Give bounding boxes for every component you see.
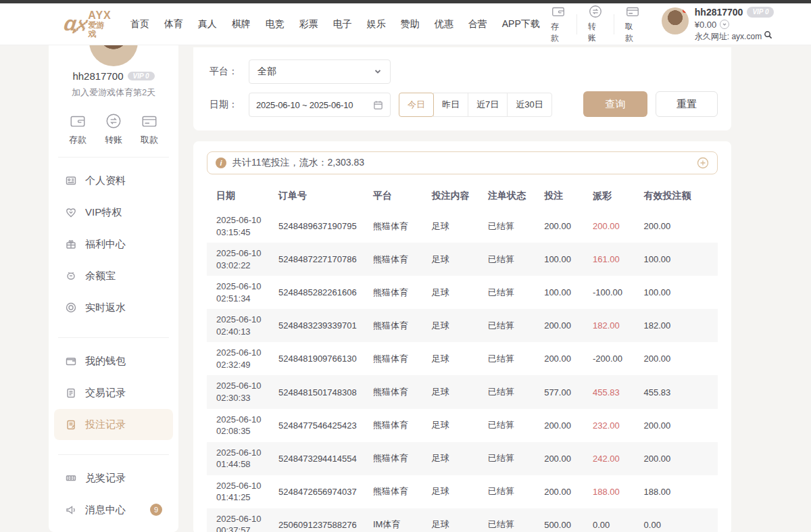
sidebar-item-rebate[interactable]: 实时返水 [54,292,173,323]
cell-valid: 455.83 [641,375,718,408]
nav-item-9[interactable]: 优惠 [435,18,453,30]
quick-range-group: 今日昨日近7日近30日 [399,93,552,117]
sidebar-item-piggy-bank[interactable]: 余额宝 [54,260,173,291]
deposit-icon [69,112,87,130]
range-button-1[interactable]: 昨日 [433,93,468,117]
sidebar-quick-action-transfer[interactable]: 转账 [105,112,122,146]
table-row: 2025-06-1002:51:345248485282261606熊猫体育足球… [207,276,718,309]
nav-item-7[interactable]: 娱乐 [367,18,386,30]
column-header-4: 注单状态 [485,183,541,210]
nav-item-2[interactable]: 真人 [198,18,217,30]
platform-select[interactable]: 全部 [249,59,391,84]
column-header-1: 订单号 [276,183,370,210]
sidebar-item-vip-heart[interactable]: VIP特权 [54,197,173,228]
divider [58,157,169,158]
cell-valid: 200.00 [641,442,718,475]
nav-item-11[interactable]: APP下载 [502,18,540,30]
sidebar-item-megaphone[interactable]: 消息中心9 [54,494,173,525]
main-content: 平台： 全部 日期： 2025-06-10 ~ 2025-06-10 今日昨日近… [193,47,731,532]
cell-payout: 161.00 [590,243,641,276]
nav-item-5[interactable]: 彩票 [299,18,318,30]
nav-item-4[interactable]: 电竞 [266,18,285,30]
reset-button[interactable]: 重置 [656,91,718,117]
table-row: 2025-06-1002:40:135248483239339701熊猫体育足球… [207,309,718,342]
main-nav: 首页体育真人棋牌电竞彩票电子娱乐赞助优惠合营APP下载 [130,18,540,30]
user-info: hh2817700 VIP 0 ¥0.00 永久网址: ayx.com [695,6,775,43]
nav-item-6[interactable]: 电子 [333,18,352,30]
query-button[interactable]: 查询 [583,91,647,117]
header-quick-action-transfer[interactable]: 转账 [577,4,614,44]
sidebar-item-label: 个人资料 [85,174,126,187]
transfer-icon [588,4,603,19]
sidebar-quick-actions: 存款转账取款 [49,112,178,146]
cell-status: 已结算 [485,375,541,408]
cell-date: 2025-06-1001:44:58 [207,442,276,475]
transfer-icon [105,112,122,130]
cell-content: 足球 [429,342,485,375]
sidebar-quick-action-deposit[interactable]: 存款 [69,112,87,146]
sidebar-item-gift[interactable]: 福利中心 [54,228,173,260]
site-logo[interactable]: ɑꭙ AYX 爱游戏 [64,10,112,39]
table-body: 2025-06-1003:15:455248489637190795熊猫体育足球… [207,210,718,532]
sidebar-item-feedback[interactable]: 意见反馈 [54,526,173,532]
prize-icon [65,472,77,484]
column-header-2: 平台 [370,183,429,210]
nav-item-1[interactable]: 体育 [164,18,183,30]
sidebar-item-label: 实时返水 [85,301,126,314]
sidebar: hh2817700 VIP 0 加入爱游戏体育第2天 存款转账取款 个人资料VI… [49,45,178,532]
table-row: 2025-06-1001:41:255248472656974037熊猫体育足球… [207,475,718,508]
header-quick-action-withdraw[interactable]: 取款 [614,4,651,44]
column-header-6: 派彩 [590,183,641,210]
sidebar-item-prize[interactable]: 兑奖记录 [54,462,173,493]
sidebar-item-label: VIP特权 [85,206,122,219]
withdraw-icon [141,112,158,130]
cell-platform: IM体育 [370,508,429,532]
cell-status: 已结算 [485,342,541,375]
cell-valid: 100.00 [641,243,718,276]
quick-action-label: 转账 [588,21,603,44]
sidebar-item-id-card[interactable]: 个人资料 [54,165,173,196]
sidebar-item-bet-record[interactable]: 投注记录 [54,409,173,440]
expand-plus-icon[interactable] [697,157,709,169]
range-button-2[interactable]: 近7日 [468,93,508,117]
sidebar-quick-action-withdraw[interactable]: 取款 [141,112,158,146]
nav-item-10[interactable]: 合营 [468,18,487,30]
range-button-0[interactable]: 今日 [399,93,434,117]
date-range-input[interactable]: 2025-06-10 ~ 2025-06-10 [249,93,391,117]
sidebar-username: hh2817700 [72,70,123,82]
cell-bet: 100.00 [541,276,590,309]
magnifier-icon[interactable] [764,30,772,42]
nav-item-3[interactable]: 棋牌 [232,18,251,30]
records-panel: i 共计11笔投注，流水：2,303.83 日期订单号平台投注内容注单状态投注派… [193,141,731,532]
username: hh2817700 [695,6,743,19]
column-header-5: 投注 [541,183,590,210]
nav-item-0[interactable]: 首页 [130,18,149,30]
cell-order: 5248473294414554 [276,442,370,475]
column-header-0: 日期 [207,183,276,210]
cell-bet: 577.00 [541,375,590,408]
cell-content: 足球 [429,375,485,408]
cell-status: 已结算 [485,309,541,342]
nav-item-8[interactable]: 赞助 [401,18,420,30]
cell-content: 足球 [429,243,485,276]
cell-bet: 200.00 [541,442,590,475]
balance-dropdown-icon[interactable] [720,20,729,29]
cell-payout: 0.00 [590,508,641,532]
sidebar-item-wallet[interactable]: 我的钱包 [54,345,173,377]
quick-action-label: 存款 [551,21,566,44]
cell-date: 2025-06-1002:51:34 [207,276,276,309]
logo-text: AYX 爱游戏 [88,10,111,39]
notification-dot [683,8,687,13]
header-quick-action-deposit[interactable]: 存款 [540,4,576,44]
cell-platform: 熊猫体育 [370,442,429,475]
range-button-3[interactable]: 近30日 [507,93,551,117]
cell-bet: 200.00 [541,210,590,243]
column-header-3: 投注内容 [429,183,485,210]
avatar[interactable] [662,7,689,34]
cell-platform: 熊猫体育 [370,342,429,375]
sidebar-item-transaction[interactable]: 交易记录 [54,377,173,408]
logo-cn: 爱游戏 [88,21,111,38]
cell-status: 已结算 [485,243,541,276]
cell-payout: 455.83 [590,375,641,408]
sidebar-vip-badge: VIP 0 [128,72,155,80]
